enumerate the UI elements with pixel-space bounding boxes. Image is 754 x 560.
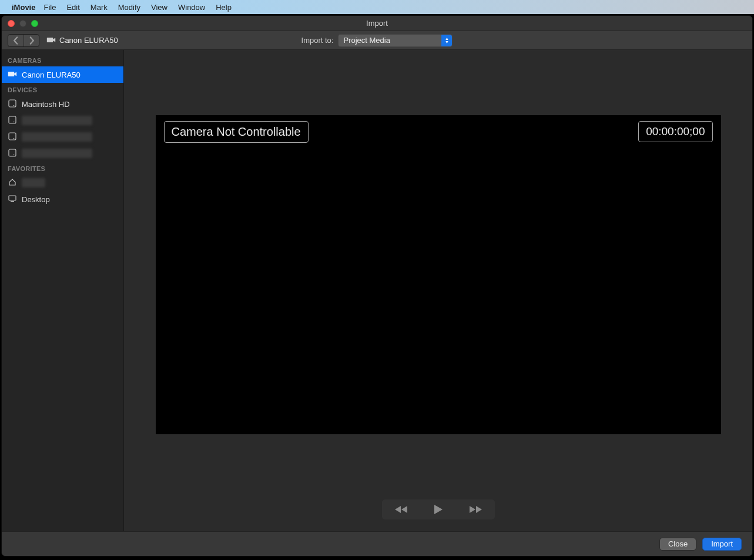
sidebar-header-cameras: CAMERAS bbox=[2, 53, 123, 66]
footer: Close Import bbox=[2, 531, 752, 556]
sidebar-item-label bbox=[22, 149, 92, 158]
dropdown-stepper-icon: ▲▼ bbox=[441, 35, 452, 46]
sidebar-header-favorites: FAVORITES bbox=[2, 162, 123, 175]
sidebar-item-desktop[interactable]: Desktop bbox=[2, 191, 123, 207]
sidebar-item-home[interactable] bbox=[2, 175, 123, 191]
sidebar-item-camera[interactable]: Canon ELURA50 bbox=[2, 66, 123, 83]
fast-forward-icon bbox=[470, 505, 482, 514]
menu-modify[interactable]: Modify bbox=[118, 3, 140, 12]
app-menu[interactable]: iMovie bbox=[12, 3, 35, 12]
forward-button[interactable] bbox=[24, 35, 39, 46]
svg-point-3 bbox=[14, 105, 15, 106]
svg-point-7 bbox=[14, 138, 15, 139]
svg-rect-6 bbox=[9, 133, 16, 140]
menu-mark[interactable]: Mark bbox=[91, 3, 108, 12]
desktop-icon bbox=[8, 195, 17, 204]
sidebar-item-label bbox=[22, 178, 45, 187]
sidebar-item-label bbox=[22, 116, 92, 125]
svg-rect-11 bbox=[11, 201, 14, 202]
sidebar-item-label: Canon ELURA50 bbox=[22, 71, 81, 79]
svg-rect-10 bbox=[9, 196, 16, 200]
disk-icon bbox=[8, 149, 17, 159]
menu-help[interactable]: Help bbox=[216, 3, 232, 12]
svg-rect-2 bbox=[9, 100, 16, 107]
svg-point-5 bbox=[14, 121, 15, 122]
chevron-right-icon bbox=[28, 36, 36, 45]
fast-forward-button[interactable] bbox=[461, 505, 491, 514]
import-to-value: Project Media bbox=[343, 36, 390, 45]
menu-edit[interactable]: Edit bbox=[66, 3, 79, 12]
sidebar-item-label: Desktop bbox=[22, 195, 50, 204]
import-button[interactable]: Import bbox=[702, 538, 742, 551]
import-to-dropdown[interactable]: Project Media ▲▼ bbox=[338, 34, 453, 47]
sidebar-item-device[interactable] bbox=[2, 145, 123, 162]
svg-rect-8 bbox=[9, 149, 16, 156]
timecode-overlay: 00:00:00;00 bbox=[638, 121, 712, 142]
sidebar-item-device[interactable] bbox=[2, 112, 123, 129]
macos-menubar: iMovie File Edit Mark Modify View Window… bbox=[0, 0, 754, 14]
minimize-window-button bbox=[19, 20, 26, 27]
menu-file[interactable]: File bbox=[43, 3, 56, 12]
disk-icon bbox=[8, 99, 17, 109]
window-body: CAMERAS Canon ELURA50 DEVICES Macintosh … bbox=[2, 50, 752, 531]
traffic-lights bbox=[8, 20, 38, 27]
back-button[interactable] bbox=[8, 35, 24, 46]
window-title: Import bbox=[366, 19, 388, 28]
svg-point-9 bbox=[14, 154, 15, 155]
disk-icon bbox=[8, 132, 17, 142]
camera-status-overlay: Camera Not Controllable bbox=[164, 121, 309, 143]
camera-icon bbox=[46, 35, 56, 46]
close-button[interactable]: Close bbox=[659, 538, 696, 551]
camera-icon bbox=[8, 71, 17, 79]
import-to-group: Import to: Project Media ▲▼ bbox=[301, 34, 453, 47]
svg-rect-0 bbox=[47, 38, 53, 42]
play-button[interactable] bbox=[424, 504, 453, 515]
disk-icon bbox=[8, 116, 17, 126]
preview-area: Camera Not Controllable 00:00:00;00 bbox=[124, 50, 752, 499]
chevron-left-icon bbox=[12, 36, 20, 45]
sidebar-header-devices: DEVICES bbox=[2, 83, 123, 96]
sidebar: CAMERAS Canon ELURA50 DEVICES Macintosh … bbox=[2, 50, 124, 531]
sidebar-item-label bbox=[22, 132, 92, 142]
video-preview: Camera Not Controllable 00:00:00;00 bbox=[156, 115, 721, 434]
import-window: Import Canon ELURA50 Import to: Project … bbox=[1, 15, 753, 556]
svg-rect-1 bbox=[8, 72, 14, 76]
import-to-label: Import to: bbox=[301, 36, 334, 45]
sidebar-item-label: Macintosh HD bbox=[22, 100, 70, 109]
main-pane: Camera Not Controllable 00:00:00;00 bbox=[124, 50, 752, 531]
rewind-icon bbox=[394, 505, 407, 514]
sidebar-item-device[interactable] bbox=[2, 129, 123, 145]
play-icon bbox=[434, 504, 443, 515]
sidebar-item-device[interactable]: Macintosh HD bbox=[2, 96, 123, 112]
nav-segment bbox=[8, 34, 39, 47]
close-window-button[interactable] bbox=[8, 20, 15, 27]
svg-rect-4 bbox=[9, 116, 16, 123]
zoom-window-button[interactable] bbox=[31, 20, 38, 27]
menu-window[interactable]: Window bbox=[178, 3, 205, 12]
menu-view[interactable]: View bbox=[151, 3, 167, 12]
location-label: Canon ELURA50 bbox=[59, 36, 118, 45]
transport-controls bbox=[382, 499, 495, 519]
titlebar: Import bbox=[2, 16, 752, 31]
home-icon bbox=[8, 178, 17, 188]
toolbar: Canon ELURA50 Import to: Project Media ▲… bbox=[2, 31, 752, 50]
rewind-button[interactable] bbox=[386, 505, 415, 514]
